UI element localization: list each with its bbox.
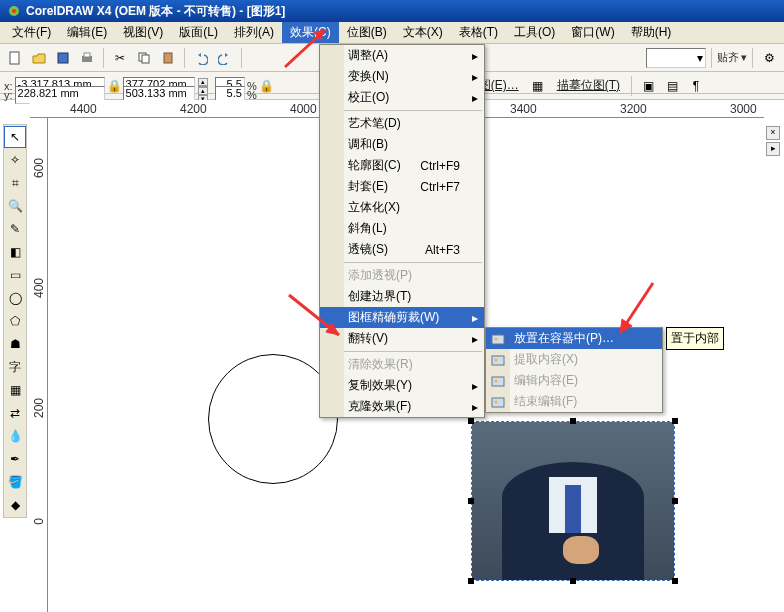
menu-row[interactable]: 立体化(X) [320,197,484,218]
right-panel[interactable]: × ▸ [766,124,782,158]
svg-rect-2 [10,52,19,64]
smart-fill-icon[interactable]: ◧ [4,241,26,263]
menu-row: 添加透视(P) [320,265,484,286]
resample-icon[interactable]: ▤ [661,75,683,97]
shortcut-label: Ctrl+F7 [420,180,460,194]
ellipse-tool-icon[interactable]: ◯ [4,287,26,309]
crop-tool-icon[interactable]: ⌗ [4,172,26,194]
eyedropper-icon[interactable]: 💧 [4,425,26,447]
y-label: y: [4,89,13,101]
shape-tool-icon[interactable]: ✧ [4,149,26,171]
outline-tool-icon[interactable]: ✒ [4,448,26,470]
trace-bitmap-link[interactable]: 描摹位图(T) [551,75,626,96]
menu-row[interactable]: 校正(O)▸ [320,87,484,108]
svg-point-14 [495,379,498,382]
menu-row: 提取内容(X) [486,349,662,370]
menu-row[interactable]: 调整(A)▸ [320,45,484,66]
effects-menu[interactable]: 调整(A)▸变换(N)▸校正(O)▸艺术笔(D)调和(B)轮廓图(C)Ctrl+… [319,44,485,418]
menu-row[interactable]: 轮廓图(C)Ctrl+F9 [320,155,484,176]
redo-icon[interactable] [214,47,236,69]
copy-icon[interactable] [133,47,155,69]
submenu-arrow-icon: ▸ [472,379,478,393]
selection-handle[interactable] [468,578,474,584]
menu-row[interactable]: 变换(N)▸ [320,66,484,87]
zoom-combo[interactable]: ▾ [646,48,706,68]
basic-shapes-icon[interactable]: ☗ [4,333,26,355]
menu-item-label: 添加透视(P) [348,267,412,284]
menu-item-icon [324,116,340,132]
menu-row[interactable]: 克隆效果(F)▸ [320,396,484,417]
selection-handle[interactable] [672,418,678,424]
save-icon[interactable] [52,47,74,69]
svg-rect-11 [492,356,504,365]
menu-item-label: 提取内容(X) [514,351,578,368]
menu-row[interactable]: 透镜(S)Alt+F3 [320,239,484,260]
zoom-tool-icon[interactable]: 🔍 [4,195,26,217]
selection-handle[interactable] [570,418,576,424]
menu-item-icon [490,394,506,410]
freehand-tool-icon[interactable]: ✎ [4,218,26,240]
panel-icon[interactable]: ▸ [766,142,780,156]
menu-item-label: 克隆效果(F) [348,398,411,415]
cut-icon[interactable]: ✂ [109,47,131,69]
svg-rect-9 [492,335,504,344]
menu-item[interactable]: 表格(T) [451,22,506,43]
print-icon[interactable] [76,47,98,69]
undo-icon[interactable] [190,47,212,69]
trace-icon[interactable]: ▦ [527,75,549,97]
pick-tool-icon[interactable]: ↖ [4,126,26,148]
selection-handle[interactable] [672,578,678,584]
wrap-icon[interactable]: ¶ [685,75,707,97]
menu-item[interactable]: 位图(B) [339,22,395,43]
menu-item[interactable]: 文件(F) [4,22,59,43]
paste-icon[interactable] [157,47,179,69]
menu-row[interactable]: 复制效果(Y)▸ [320,375,484,396]
open-icon[interactable] [28,47,50,69]
lock-aspect-icon[interactable]: 🔒 [259,79,273,93]
text-tool-icon[interactable]: 字 [4,356,26,378]
menu-item[interactable]: 编辑(E) [59,22,115,43]
selection-handle[interactable] [672,498,678,504]
menu-item[interactable]: 窗口(W) [563,22,622,43]
menu-item-label: 封套(E) [348,178,388,195]
menu-item[interactable]: 版面(L) [171,22,226,43]
menu-item[interactable]: 帮助(H) [623,22,680,43]
menu-item[interactable]: 视图(V) [115,22,171,43]
bitmap-image[interactable] [472,422,674,580]
selection-handle[interactable] [468,418,474,424]
selection-handle[interactable] [570,578,576,584]
menu-item[interactable]: 文本(X) [395,22,451,43]
options-icon[interactable]: ⚙ [758,47,780,69]
shortcut-label: Alt+F3 [425,243,460,257]
crop-icon[interactable]: ▣ [637,75,659,97]
menu-item-label: 编辑内容(E) [514,372,578,389]
table-tool-icon[interactable]: ▦ [4,379,26,401]
menu-item-icon [324,399,340,415]
fill-tool-icon[interactable]: 🪣 [4,471,26,493]
selection-handle[interactable] [468,498,474,504]
menu-item-label: 调和(B) [348,136,388,153]
menu-item-icon [324,357,340,373]
menu-row[interactable]: 封套(E)Ctrl+F7 [320,176,484,197]
polygon-tool-icon[interactable]: ⬠ [4,310,26,332]
interactive-fill-icon[interactable]: ◆ [4,494,26,516]
menu-item-label: 清除效果(R) [348,356,413,373]
menu-item[interactable]: 工具(O) [506,22,563,43]
menu-item-icon [490,373,506,389]
menu-row[interactable]: 斜角(L) [320,218,484,239]
toolbox[interactable]: ↖ ✧ ⌗ 🔍 ✎ ◧ ▭ ◯ ⬠ ☗ 字 ▦ ⇄ 💧 ✒ 🪣 ◆ [3,124,27,518]
menu-row[interactable]: 艺术笔(D) [320,113,484,134]
svg-rect-7 [142,55,149,63]
close-panel-icon[interactable]: × [766,126,780,140]
rectangle-tool-icon[interactable]: ▭ [4,264,26,286]
svg-point-16 [495,400,498,403]
menu-row[interactable]: 调和(B) [320,134,484,155]
blend-tool-icon[interactable]: ⇄ [4,402,26,424]
menu-item[interactable]: 排列(A) [226,22,282,43]
menu-item-icon [324,90,340,106]
menu-item-label: 立体化(X) [348,199,400,216]
menu-bar[interactable]: 文件(F)编辑(E)视图(V)版面(L)排列(A)效果(C)位图(B)文本(X)… [0,22,784,44]
new-icon[interactable] [4,47,26,69]
menu-item-icon [324,179,340,195]
menu-item-icon [324,242,340,258]
